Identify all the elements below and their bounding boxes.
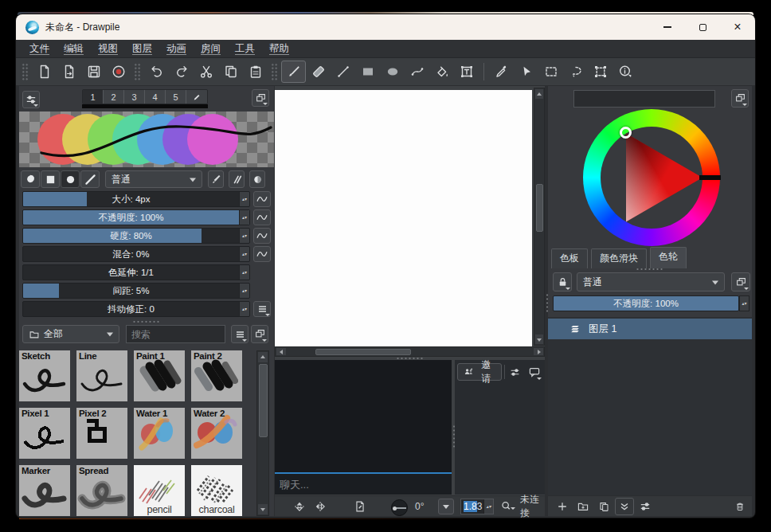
menu-animation[interactable]: 动画: [159, 41, 194, 57]
brush-preset-water-2[interactable]: Water 2: [191, 408, 242, 459]
new-file-button[interactable]: [32, 61, 57, 83]
brush-preset-pixel-2[interactable]: Pixel 2: [76, 408, 127, 459]
menu-tools[interactable]: 工具: [228, 41, 262, 57]
brush-spacing-slider[interactable]: 间距: 5% ▴▾: [22, 283, 250, 299]
brush-folder-filter-select[interactable]: 全部: [22, 325, 119, 343]
brush-mode-erase-button[interactable]: [229, 170, 245, 188]
hardness-pressure-curve-button[interactable]: [253, 228, 271, 244]
brush-preset-sketch[interactable]: Sketch: [19, 350, 70, 401]
rotation-dial[interactable]: [391, 499, 408, 516]
record-session-button[interactable]: [106, 61, 131, 83]
scroll-down-button[interactable]: [258, 504, 268, 514]
brush-blend-mode-select[interactable]: 普通: [105, 170, 202, 188]
chat-messages[interactable]: [275, 360, 452, 472]
tab-color-sliders[interactable]: 颜色滑块: [591, 248, 647, 268]
chat-input[interactable]: [275, 474, 452, 495]
brush-slot-4[interactable]: 4: [145, 90, 166, 104]
brush-library-menu-button[interactable]: [231, 325, 249, 343]
ellipse-button[interactable]: [380, 61, 405, 83]
merge-layer-button[interactable]: [615, 498, 634, 515]
layer-row-selected[interactable]: 图层 1: [548, 319, 752, 339]
zoom-spinbox[interactable]: 1.83 ▴▾: [460, 499, 494, 514]
spinner-buttons[interactable]: ▴▾: [239, 210, 249, 225]
paste-button[interactable]: [243, 61, 268, 83]
brush-slot-2[interactable]: 2: [104, 90, 124, 104]
brush-size-slider[interactable]: 大小: 4px ▴▾: [22, 191, 250, 207]
toolbar-grip-handle[interactable]: [134, 63, 141, 80]
brush-smudging-slider[interactable]: 混合: 0% ▴▾: [22, 246, 250, 262]
brush-shape-stroke-button[interactable]: [80, 170, 100, 188]
inspector-button[interactable]: [612, 61, 637, 83]
layer-blend-mode-select[interactable]: 普通: [577, 272, 725, 291]
undo-button[interactable]: [144, 61, 169, 83]
brush-settings-button[interactable]: [22, 91, 40, 108]
brush-preset-pencil[interactable]: pencil: [134, 465, 185, 516]
menu-file[interactable]: 文件: [22, 41, 57, 57]
add-layer-button[interactable]: [553, 498, 572, 515]
tab-color-wheel[interactable]: 色轮: [650, 247, 687, 268]
spinner-buttons[interactable]: ▴▾: [239, 229, 249, 243]
brush-slot-1[interactable]: 1: [83, 90, 104, 104]
scroll-up-button[interactable]: [258, 352, 268, 362]
toolbar-grip-handle[interactable]: [271, 63, 278, 80]
spinner-buttons[interactable]: ▴▾: [239, 265, 249, 280]
brush-hardness-slider[interactable]: 硬度: 80% ▴▾: [22, 228, 250, 244]
menu-help[interactable]: 帮助: [262, 41, 296, 57]
brush-search-input[interactable]: [126, 325, 225, 343]
brush-mode-smudge-button[interactable]: [249, 170, 265, 188]
color-wheel[interactable]: [583, 109, 720, 246]
layer-list[interactable]: 图层 1: [548, 317, 752, 495]
color-picker-button[interactable]: [489, 61, 514, 83]
tab-palette[interactable]: 色板: [551, 248, 588, 268]
scroll-up-button[interactable]: [535, 89, 543, 99]
laser-pointer-button[interactable]: [514, 61, 538, 83]
eraser-button[interactable]: [306, 61, 331, 83]
brush-shape-round-button[interactable]: [61, 170, 80, 188]
spinner-buttons[interactable]: ▴▾: [239, 302, 249, 316]
rectangle-button[interactable]: [355, 61, 380, 83]
flood-fill-button[interactable]: [429, 61, 454, 83]
brush-preset-paint-2[interactable]: Paint 2: [191, 350, 242, 401]
flip-canvas-button[interactable]: [313, 499, 327, 514]
maximize-button[interactable]: [685, 14, 720, 40]
copy-button[interactable]: [218, 61, 243, 83]
brush-opacity-slider[interactable]: 不透明度: 100% ▴▾: [22, 209, 250, 225]
scroll-down-button[interactable]: [535, 334, 543, 344]
spinner-buttons[interactable]: ▴▾: [239, 192, 249, 206]
canvas-vertical-scrollbar[interactable]: [534, 88, 545, 346]
brush-mode-draw-button[interactable]: [208, 170, 224, 188]
scroll-left-button[interactable]: [276, 348, 286, 355]
scrollbar-handle[interactable]: [259, 364, 268, 437]
menu-session[interactable]: 房间: [194, 41, 228, 57]
freehand-brush-button[interactable]: [281, 61, 306, 83]
brush-preset-spread[interactable]: Spread: [76, 465, 127, 516]
add-group-button[interactable]: [573, 498, 593, 515]
invite-button[interactable]: 邀请: [457, 363, 502, 381]
drawing-canvas[interactable]: [275, 90, 532, 346]
color-dock-detach-button[interactable]: [731, 89, 749, 108]
lasso-select-button[interactable]: [563, 61, 588, 83]
chat-detach-button[interactable]: [526, 363, 542, 381]
canvas-background-button[interactable]: [353, 499, 367, 514]
brush-shape-square-button[interactable]: [41, 170, 60, 188]
brush-slot-3[interactable]: 3: [124, 90, 145, 104]
save-button[interactable]: [81, 61, 106, 83]
opacity-pressure-curve-button[interactable]: [253, 209, 271, 225]
brush-preset-pixel-1[interactable]: Pixel 1: [19, 408, 70, 459]
size-pressure-curve-button[interactable]: [253, 191, 271, 207]
brush-preset-water-1[interactable]: Water 1: [134, 408, 185, 459]
open-file-button[interactable]: [57, 61, 81, 83]
layer-dock-detach-button[interactable]: [731, 272, 750, 291]
cut-button[interactable]: [194, 61, 218, 83]
color-name-input[interactable]: [573, 90, 715, 108]
annotation-button[interactable]: [454, 61, 479, 83]
brush-library-detach-button[interactable]: [251, 325, 268, 343]
layer-properties-button[interactable]: [636, 498, 655, 515]
brush-dock-detach-button[interactable]: [252, 89, 269, 107]
layer-opacity-slider[interactable]: 不透明度: 100%: [553, 295, 739, 311]
spinner-buttons[interactable]: ▴▾: [239, 284, 249, 298]
brush-shape-blob-button[interactable]: [21, 170, 40, 188]
dock-splitter-handle[interactable]: [636, 268, 664, 271]
userlist-splitter-handle[interactable]: [452, 424, 456, 448]
canvas-horizontal-scrollbar[interactable]: [275, 346, 545, 357]
